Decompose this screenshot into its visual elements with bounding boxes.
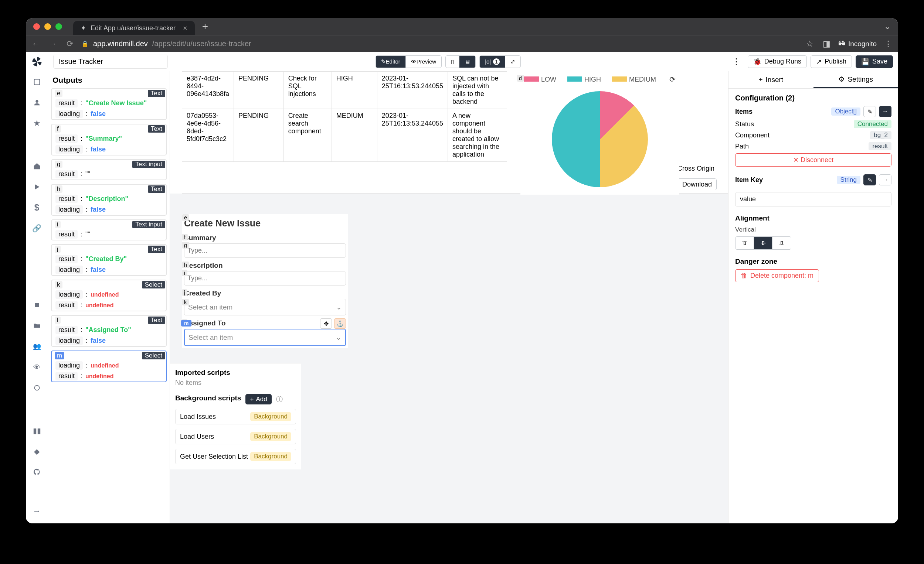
created-by-label: Created By <box>184 289 346 297</box>
output-type-badge: Text input <box>132 221 165 228</box>
outputs-title: Outputs <box>51 74 167 88</box>
align-bottom-button[interactable] <box>772 237 791 249</box>
delete-component-label: Delete component: m <box>750 272 813 280</box>
nav-discord-icon[interactable]: ◆ <box>32 447 42 456</box>
output-block-i[interactable]: iText inputresult:"" <box>51 219 167 241</box>
svg-point-3 <box>34 385 39 390</box>
output-block-l[interactable]: lTextresult:"Assigned To"loading:false <box>51 315 167 347</box>
output-row: loading:undefined <box>52 289 166 300</box>
forward-button[interactable]: → <box>47 39 58 49</box>
pencil-icon: ✎ <box>381 58 386 65</box>
debug-runs-label: Debug Runs <box>764 58 801 65</box>
description-label: Description <box>184 262 346 269</box>
nav-collapse-icon[interactable]: → <box>32 506 42 516</box>
pie-chart-panel[interactable]: d LOW HIGH MEDIUM ⟳ <box>520 71 680 194</box>
move-handle[interactable]: ✥ <box>320 319 332 329</box>
panel-toggle-icon[interactable]: ◨ <box>821 39 832 49</box>
nav-app-icon[interactable] <box>32 77 42 87</box>
refresh-icon[interactable]: ⟳ <box>669 75 676 84</box>
width-indicator[interactable]: |o|1 <box>480 56 505 67</box>
output-value: false <box>90 206 106 214</box>
output-block-e[interactable]: eTextresult:"Create New Issue"loading:fa… <box>51 88 167 120</box>
output-key: loading <box>56 361 83 370</box>
address-bar[interactable]: 🔒 app.windmill.dev/apps/edit/u/user/issu… <box>81 39 798 48</box>
app-name-input[interactable] <box>53 55 168 69</box>
item-key-input[interactable] <box>735 192 891 206</box>
nav-play-icon[interactable] <box>32 182 42 192</box>
item-key-arrow-button[interactable]: → <box>879 174 891 186</box>
output-block-j[interactable]: jTextresult:"Created By"loading:false <box>51 244 167 276</box>
maximize-window-button[interactable] <box>56 23 62 30</box>
close-window-button[interactable] <box>33 23 40 30</box>
background-script-row[interactable]: Load IssuesBackground <box>175 409 296 424</box>
browser-tab[interactable]: ✦ Edit App u/user/issue-tracker × <box>73 21 195 35</box>
nav-link-icon[interactable]: 🔗 <box>32 223 42 233</box>
output-id-badge: l <box>55 317 61 324</box>
background-script-row[interactable]: Load UsersBackground <box>175 429 296 444</box>
preview-mode-button[interactable]: 👁Preview <box>406 56 441 67</box>
output-block-f[interactable]: fTextresult:"Summary"loading:false <box>51 124 167 156</box>
new-tab-button[interactable]: + <box>202 21 208 33</box>
path-value-pill: result <box>868 142 891 150</box>
windmill-logo[interactable] <box>26 52 48 71</box>
desktop-viewport-button[interactable]: 🖥 <box>459 56 475 67</box>
nav-book-icon[interactable]: ▮▮ <box>32 426 42 435</box>
table-row[interactable]: 07da0553-4e6e-4d56-8ded-5fd0f7d5c3c2PEND… <box>182 109 507 162</box>
nav-users-icon[interactable]: 👥 <box>32 342 42 351</box>
align-top-button[interactable] <box>735 237 754 249</box>
bookmark-icon[interactable]: ☆ <box>804 39 815 49</box>
output-block-g[interactable]: gText inputresult:"" <box>51 159 167 180</box>
created-by-select[interactable]: Select an item⌄ <box>184 299 346 316</box>
settings-tab[interactable]: ⚙Settings <box>813 71 898 88</box>
delete-component-button[interactable]: 🗑Delete component: m <box>735 269 819 282</box>
canvas[interactable]: e387-4d2d-8494-096e4143b8faPENDINGCheck … <box>170 71 728 524</box>
publish-button[interactable]: ↗Publish <box>810 55 852 68</box>
save-button[interactable]: 💾Save <box>856 55 893 68</box>
editor-mode-button[interactable]: ✎Editor <box>376 56 406 67</box>
nav-github-icon[interactable] <box>32 467 42 477</box>
edit-items-button[interactable]: ✎ <box>863 106 876 117</box>
output-block-h[interactable]: hTextresult:"Description"loading:false <box>51 184 167 216</box>
back-button[interactable]: ← <box>30 39 41 49</box>
nav-circle-icon[interactable] <box>32 383 42 393</box>
assigned-to-select[interactable]: Select an item⌄ <box>184 329 346 346</box>
output-row: result:"Created By" <box>52 254 166 265</box>
summary-input[interactable] <box>184 244 346 258</box>
edit-item-key-button[interactable]: ✎ <box>863 174 876 186</box>
background-badge: Background <box>250 412 291 421</box>
reload-button[interactable]: ⟳ <box>64 39 75 49</box>
more-menu-button[interactable]: ⋮ <box>729 55 744 68</box>
table-row[interactable]: e387-4d2d-8494-096e4143b8faPENDINGCheck … <box>182 72 507 109</box>
add-script-button[interactable]: +Add <box>245 394 271 404</box>
output-block-m[interactable]: mSelectloading:undefinedresult:undefined <box>51 350 167 382</box>
nav-star-icon[interactable]: ★ <box>32 118 42 128</box>
output-value: false <box>90 110 106 118</box>
nav-folder-icon[interactable] <box>32 321 42 331</box>
browser-menu-icon[interactable]: ⋮ <box>883 39 894 49</box>
danger-zone-title: Danger zone <box>735 257 891 266</box>
fullscreen-button[interactable]: ⤢ <box>505 56 520 67</box>
nav-user-icon[interactable] <box>32 98 42 108</box>
background-script-row[interactable]: Get User Selection ListBackground <box>175 449 296 464</box>
output-block-k[interactable]: kSelectloading:undefinedresult:undefined <box>51 280 167 311</box>
info-icon[interactable]: ⓘ <box>276 395 283 404</box>
nav-box-icon[interactable] <box>32 300 42 310</box>
nav-dollar-icon[interactable]: $ <box>32 203 42 212</box>
tabs-menu-icon[interactable]: ⌄ <box>884 22 891 31</box>
nav-home-icon[interactable] <box>32 162 42 171</box>
description-input[interactable] <box>184 271 346 286</box>
download-label: Download <box>682 181 712 188</box>
minimize-window-button[interactable] <box>44 23 51 30</box>
nav-eye-icon[interactable]: 👁 <box>32 362 42 372</box>
insert-tab[interactable]: +Insert <box>729 71 813 88</box>
external-link-icon: ↗ <box>816 58 822 66</box>
mobile-viewport-button[interactable]: ▯ <box>446 56 459 67</box>
disconnect-button[interactable]: ✕ Disconnect <box>735 153 891 167</box>
close-tab-icon[interactable]: × <box>183 24 188 33</box>
items-arrow-button[interactable]: → <box>879 106 891 117</box>
assigned-to-placeholder: Select an item <box>189 334 233 342</box>
anchor-handle[interactable]: ⚓ <box>334 319 346 329</box>
mode-toggle: ✎Editor 👁Preview <box>375 55 442 68</box>
debug-runs-button[interactable]: 🐞Debug Runs <box>748 55 807 68</box>
align-middle-button[interactable] <box>754 237 772 249</box>
